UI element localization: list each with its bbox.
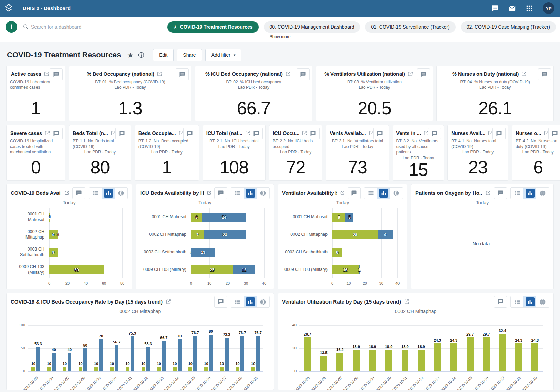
bar-value-label: 29.7 xyxy=(304,332,311,336)
map-view-button[interactable] xyxy=(536,188,549,199)
new-dashboard-button[interactable] xyxy=(6,21,17,33)
map-view-button[interactable] xyxy=(390,188,403,199)
dashboard-chip[interactable]: 02. COVID-19 Case Mapping (Tracker) xyxy=(461,21,556,33)
open-in-app-icon[interactable] xyxy=(166,299,172,305)
messages-icon[interactable] xyxy=(491,4,499,12)
bar xyxy=(126,367,129,371)
bar xyxy=(157,367,161,371)
comment-button[interactable] xyxy=(548,128,560,139)
table-view-button[interactable] xyxy=(231,188,244,199)
comment-button[interactable] xyxy=(115,128,128,139)
open-in-app-icon[interactable] xyxy=(207,190,211,196)
stat-card-title: % Nurses on Duty (national) xyxy=(452,71,519,77)
bar-segment: 28 xyxy=(332,230,378,239)
table-view-button[interactable] xyxy=(511,188,523,199)
bar xyxy=(402,350,408,371)
table-view-button[interactable] xyxy=(511,296,523,307)
chart-view-button[interactable] xyxy=(244,296,257,307)
email-icon[interactable] xyxy=(508,4,516,12)
map-view-button[interactable] xyxy=(257,296,269,307)
stat-card-value: 6 xyxy=(515,158,560,176)
open-in-app-icon[interactable] xyxy=(485,190,491,196)
table-view-button[interactable] xyxy=(364,188,377,199)
apps-menu-icon[interactable] xyxy=(526,4,533,12)
map-view-button[interactable] xyxy=(536,296,549,307)
map-view-button[interactable] xyxy=(115,188,127,199)
comment-icon xyxy=(497,298,504,305)
chart-view-button[interactable] xyxy=(244,188,257,199)
stat-card: Vents Availab...BT: 3.1. No. Ventilators… xyxy=(326,125,389,181)
open-in-app-icon[interactable] xyxy=(64,190,70,196)
stat-card-subtitle: BT: 02. % ICU bed occupancyLao PDR - Tod… xyxy=(198,79,309,90)
dashboard-search-input[interactable] xyxy=(31,22,163,32)
comment-button[interactable] xyxy=(297,68,310,80)
comment-button[interactable] xyxy=(72,187,85,199)
chart-view-button[interactable] xyxy=(102,188,115,199)
stat-card: Beds Occupie...BT: 1.2. No. Beds occupie… xyxy=(135,125,199,181)
comment-button[interactable] xyxy=(373,128,386,139)
comment-button[interactable] xyxy=(176,68,189,80)
comment-button[interactable] xyxy=(214,296,227,308)
chart-card: ICU Beds Availability by Hos...Today0001… xyxy=(136,184,274,289)
comment-button[interactable] xyxy=(538,68,551,80)
data-table-icon xyxy=(514,190,521,197)
comment-button[interactable] xyxy=(50,68,63,80)
comment-button[interactable] xyxy=(417,68,430,80)
dashboard-chip[interactable]: ★COVID-19 Treatment Resources xyxy=(167,21,259,33)
dashboard-chip[interactable]: 00. COVID-19 Management Dashboard xyxy=(264,21,360,33)
comment-icon xyxy=(431,130,438,137)
category-label: 0003 CH Setthathirath xyxy=(282,243,332,261)
user-avatar[interactable]: YP xyxy=(543,2,554,14)
map-globe-icon xyxy=(393,190,400,197)
open-in-app-icon[interactable] xyxy=(521,71,527,77)
open-in-app-icon[interactable] xyxy=(404,299,410,305)
open-in-app-icon[interactable] xyxy=(407,71,413,77)
star-dashboard-icon[interactable]: ★ xyxy=(127,52,134,59)
view-toggle-group xyxy=(231,187,270,199)
stat-card-title: ICU Occu... xyxy=(273,130,299,136)
comment-icon xyxy=(300,71,307,78)
data-table-icon xyxy=(92,190,99,197)
comment-button[interactable] xyxy=(50,128,63,139)
bar-value-label: 70 xyxy=(177,334,182,338)
show-more-link[interactable]: Show more xyxy=(0,33,560,42)
chart-view-button[interactable] xyxy=(523,296,536,307)
comment-button[interactable] xyxy=(183,128,196,139)
comment-button[interactable] xyxy=(492,128,506,139)
open-in-app-icon[interactable] xyxy=(157,71,163,77)
comment-button[interactable] xyxy=(494,296,507,308)
comment-icon xyxy=(217,190,224,197)
bar-value-label: 24.3 xyxy=(434,338,441,342)
table-view-button[interactable] xyxy=(89,188,102,199)
dhis2-logo[interactable] xyxy=(0,0,17,17)
info-icon[interactable] xyxy=(138,52,145,59)
comment-button[interactable] xyxy=(494,187,507,199)
add-filter-button[interactable]: Add filter ▾ xyxy=(205,49,242,61)
open-in-app-icon[interactable] xyxy=(44,71,50,77)
comment-button[interactable] xyxy=(428,128,441,139)
table-view-button[interactable] xyxy=(231,296,244,307)
comment-button[interactable] xyxy=(250,128,263,139)
open-in-app-icon[interactable] xyxy=(340,190,345,196)
map-view-button[interactable] xyxy=(257,188,269,199)
edit-button[interactable]: Edit xyxy=(153,49,174,61)
bar xyxy=(336,353,343,371)
comment-icon xyxy=(186,130,193,137)
comment-button[interactable] xyxy=(348,187,361,199)
chart-card: Ventilator Availability by ...Today0001 … xyxy=(278,184,407,289)
chart-view-button[interactable] xyxy=(523,188,536,199)
bar xyxy=(142,367,145,371)
open-in-app-icon[interactable] xyxy=(285,71,291,77)
comment-button[interactable] xyxy=(307,128,320,139)
comment-button[interactable] xyxy=(214,187,227,199)
stat-row-1: Active casesCOVID-19 Laboratory confirme… xyxy=(6,66,554,121)
bar xyxy=(320,356,327,371)
comment-icon xyxy=(376,130,383,137)
bar-segment: 9 xyxy=(49,248,58,257)
chart-view-button[interactable] xyxy=(377,188,390,199)
share-button[interactable]: Share xyxy=(177,49,202,61)
dashboard-chip[interactable]: 01. COVID-19 Surveillance (Tracker) xyxy=(365,21,455,33)
stat-row-2: Severe casesCOVID-19 Hospitalized cases … xyxy=(6,125,554,181)
bar-chart-icon xyxy=(526,297,535,306)
bar-segment: 24 xyxy=(202,213,246,222)
